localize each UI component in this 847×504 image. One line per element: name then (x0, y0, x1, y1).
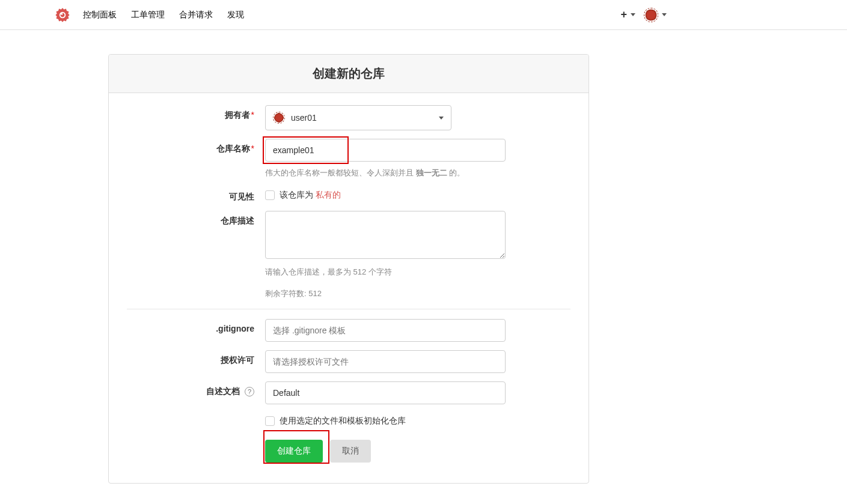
visibility-label: 可见性 (229, 192, 254, 201)
repo-name-row: 仓库名称* 伟大的仓库名称一般都较短、令人深刻并且 独一无二 的。 (127, 139, 570, 178)
navbar: 控制面板 工单管理 合并请求 发现 + (0, 0, 847, 30)
caret-down-icon (662, 13, 667, 16)
nav-explore[interactable]: 发现 (227, 10, 244, 20)
panel-header: 创建新的仓库 (109, 55, 589, 93)
repo-name-label: 仓库名称 (216, 144, 250, 153)
panel-title: 创建新的仓库 (120, 65, 578, 82)
gitignore-row: .gitignore (127, 319, 570, 342)
owner-dropdown-value: user01 (291, 113, 317, 123)
nav-dashboard[interactable]: 控制面板 (83, 10, 117, 20)
plus-icon: + (620, 8, 627, 21)
readme-label: 自述文档 (206, 386, 240, 396)
init-row: 使用选定的文件和模板初始化仓库 (127, 413, 570, 427)
description-row: 仓库描述 请输入仓库描述，最多为 512 个字符 剩余字符数: 512 (127, 211, 570, 299)
nav-issues[interactable]: 工单管理 (131, 10, 165, 20)
init-checkbox-label: 使用选定的文件和模板初始化仓库 (280, 416, 406, 427)
nav-links: 控制面板 工单管理 合并请求 发现 (83, 10, 244, 20)
required-mark: * (251, 144, 254, 153)
user-menu[interactable] (644, 8, 667, 22)
cancel-button[interactable]: 取消 (330, 440, 371, 463)
avatar (273, 112, 285, 124)
gitignore-select[interactable] (265, 319, 506, 342)
owner-label: 拥有者 (225, 110, 250, 120)
visibility-text: 该仓库为 私有的 (280, 190, 341, 201)
description-textarea[interactable] (265, 211, 506, 259)
description-help2: 剩余字符数: 512 (265, 288, 506, 299)
visibility-row: 可见性 该仓库为 私有的 (127, 187, 570, 202)
create-menu[interactable]: + (620, 8, 635, 21)
caret-down-icon (439, 117, 444, 120)
owner-row: 拥有者* user01 (127, 105, 570, 130)
gitignore-label: .gitignore (216, 324, 254, 333)
button-row: 创建仓库 取消 (127, 435, 570, 463)
license-label: 授权许可 (221, 355, 254, 365)
description-help1: 请输入仓库描述，最多为 512 个字符 (265, 267, 506, 278)
logo-icon (54, 7, 71, 23)
visibility-checkbox[interactable] (265, 190, 275, 200)
create-repo-button[interactable]: 创建仓库 (265, 440, 323, 463)
owner-dropdown[interactable]: user01 (265, 105, 451, 130)
description-label: 仓库描述 (221, 216, 254, 225)
repo-name-input[interactable] (265, 139, 506, 162)
nav-merge-requests[interactable]: 合并请求 (179, 10, 213, 20)
divider (127, 309, 570, 309)
license-row: 授权许可 (127, 350, 570, 373)
init-checkbox[interactable] (265, 416, 275, 426)
create-repo-panel: 创建新的仓库 拥有者* user01 仓库名称* (108, 54, 589, 484)
avatar (644, 8, 658, 22)
readme-row: 自述文档 ? (127, 381, 570, 404)
readme-select[interactable] (265, 381, 506, 404)
required-mark: * (251, 110, 254, 120)
repo-name-help: 伟大的仓库名称一般都较短、令人深刻并且 独一无二 的。 (265, 168, 506, 178)
caret-down-icon (631, 13, 635, 16)
help-icon[interactable]: ? (245, 387, 254, 396)
license-select[interactable] (265, 350, 506, 373)
